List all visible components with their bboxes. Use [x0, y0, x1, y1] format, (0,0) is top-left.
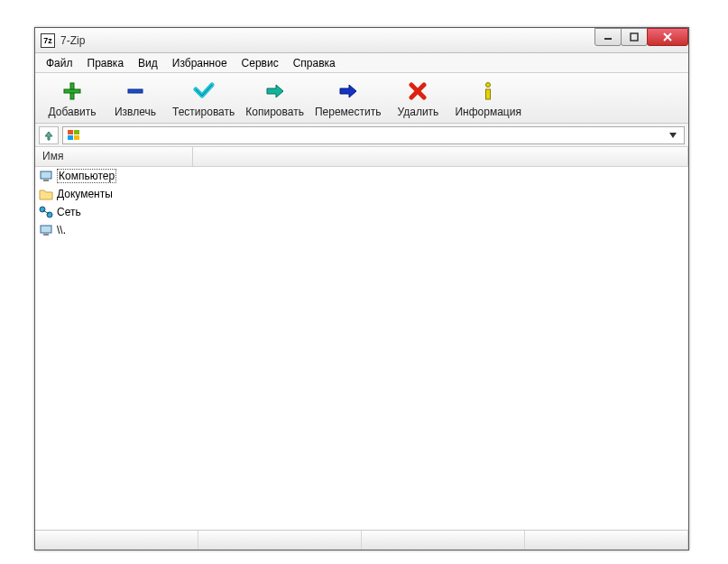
menu-favorites[interactable]: Избранное [165, 55, 235, 71]
menubar: Файл Правка Вид Избранное Сервис Справка [35, 53, 688, 73]
address-field[interactable] [62, 126, 685, 144]
app-window: 7z 7-Zip Файл Правка Вид Избранное Серви… [34, 27, 689, 550]
svg-rect-5 [64, 89, 80, 93]
up-folder-icon [42, 129, 55, 142]
chevron-down-icon [669, 132, 677, 139]
minimize-button[interactable] [594, 28, 622, 46]
menu-file[interactable]: Файл [39, 55, 80, 71]
maximize-button[interactable] [621, 28, 648, 46]
svg-rect-1 [631, 33, 638, 41]
address-dropdown-button[interactable] [666, 129, 680, 142]
toolbar-copy-button[interactable]: Копировать [240, 77, 309, 120]
up-button[interactable] [39, 126, 59, 144]
menu-tools[interactable]: Сервис [235, 55, 286, 71]
toolbar: Добавить Извлечь Тестировать Копировать … [35, 73, 688, 124]
x-icon [409, 80, 427, 102]
svg-marker-8 [340, 85, 356, 97]
address-bar [35, 124, 688, 147]
computer-icon [39, 169, 53, 183]
info-icon [480, 80, 496, 102]
toolbar-delete-label: Удалить [398, 106, 439, 118]
toolbar-move-button[interactable]: Переместить [309, 77, 387, 120]
network-icon [39, 205, 53, 219]
window-title: 7-Zip [60, 34, 85, 47]
svg-marker-18 [669, 133, 677, 138]
address-input[interactable] [85, 128, 666, 143]
computer-icon [39, 223, 53, 237]
svg-point-11 [486, 82, 491, 87]
list-item-label: Документы [57, 188, 113, 200]
column-header-row: Имя [35, 147, 688, 167]
toolbar-test-button[interactable]: Тестировать [167, 77, 240, 120]
svg-line-24 [43, 210, 49, 214]
toolbar-info-button[interactable]: Информация [449, 77, 526, 120]
toolbar-copy-label: Копировать [245, 106, 304, 118]
menu-help[interactable]: Справка [286, 55, 343, 71]
svg-marker-7 [267, 85, 283, 97]
svg-rect-6 [128, 89, 143, 93]
status-cell [35, 531, 198, 550]
toolbar-add-label: Добавить [48, 106, 96, 118]
svg-rect-20 [43, 180, 49, 181]
status-cell [362, 531, 525, 550]
windows-flag-icon [67, 128, 81, 143]
svg-rect-14 [68, 130, 73, 134]
toolbar-test-label: Тестировать [172, 106, 235, 118]
app-icon: 7z [41, 33, 55, 48]
menu-view[interactable]: Вид [131, 55, 165, 71]
list-item-label: \\. [57, 224, 66, 236]
toolbar-info-label: Информация [455, 106, 521, 118]
svg-rect-16 [68, 135, 73, 140]
status-bar [35, 530, 688, 550]
file-list[interactable]: Компьютер Документы Сеть \\. [35, 167, 688, 530]
column-header-name[interactable]: Имя [35, 147, 193, 166]
toolbar-add-button[interactable]: Добавить [41, 77, 104, 120]
svg-marker-21 [40, 190, 52, 199]
close-button[interactable] [647, 28, 688, 46]
status-cell [198, 531, 362, 550]
svg-rect-15 [74, 130, 79, 134]
svg-rect-12 [486, 89, 491, 99]
svg-rect-19 [41, 171, 51, 179]
list-item[interactable]: \\. [35, 221, 688, 239]
list-item-label: Сеть [57, 206, 81, 218]
column-header-blank[interactable] [193, 147, 688, 166]
svg-rect-25 [41, 226, 51, 233]
list-item[interactable]: Документы [35, 185, 688, 203]
check-icon [193, 80, 215, 102]
svg-marker-13 [45, 132, 52, 140]
minus-icon [125, 80, 145, 102]
window-controls [595, 28, 688, 46]
svg-rect-17 [74, 135, 79, 140]
plus-icon [62, 80, 82, 102]
status-cell [525, 531, 688, 550]
list-item[interactable]: Сеть [35, 203, 688, 221]
arrow-right-teal-icon [264, 80, 286, 102]
titlebar[interactable]: 7z 7-Zip [35, 28, 688, 53]
list-item-label: Компьютер [57, 169, 116, 183]
menu-edit[interactable]: Правка [80, 55, 132, 71]
arrow-right-blue-icon [337, 80, 359, 102]
svg-rect-26 [43, 234, 49, 236]
toolbar-extract-label: Извлечь [115, 106, 156, 118]
folder-icon [39, 187, 53, 201]
list-item[interactable]: Компьютер [35, 167, 688, 185]
toolbar-move-label: Переместить [315, 106, 382, 118]
toolbar-extract-button[interactable]: Извлечь [104, 77, 167, 120]
toolbar-delete-button[interactable]: Удалить [386, 77, 449, 120]
